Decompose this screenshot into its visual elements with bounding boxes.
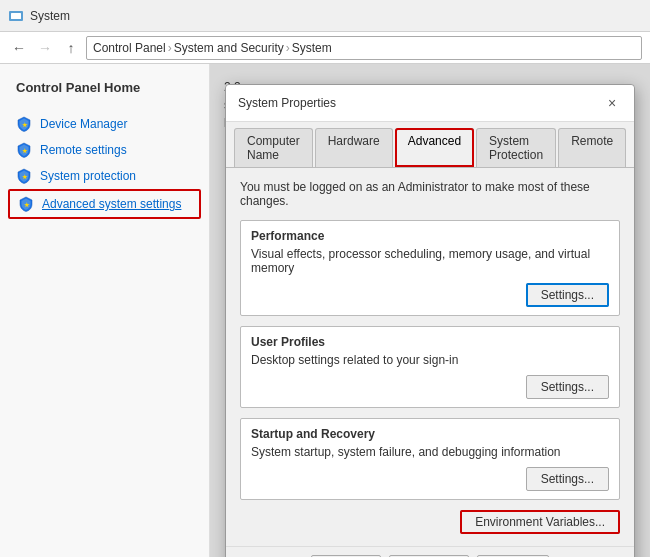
dialog-title: System Properties	[238, 96, 336, 110]
back-button[interactable]: ←	[8, 37, 30, 59]
shield-icon-system-protection: ★	[16, 168, 32, 184]
path-separator-2: ›	[286, 41, 290, 55]
sidebar-label-device-manager[interactable]: Device Manager	[40, 117, 127, 131]
dialog-footer: OK Cancel Apply	[226, 546, 634, 557]
tab-system-protection[interactable]: System Protection	[476, 128, 556, 167]
address-path: Control Panel › System and Security › Sy…	[86, 36, 642, 60]
user-profiles-section: User Profiles Desktop settings related t…	[240, 326, 620, 408]
startup-recovery-desc: System startup, system failure, and debu…	[251, 445, 609, 459]
main-area: Control Panel Home ★ Device Manager ★ Re…	[0, 64, 650, 557]
sidebar-item-advanced-system-settings[interactable]: ★ Advanced system settings	[8, 189, 201, 219]
tab-hardware[interactable]: Hardware	[315, 128, 393, 167]
up-button[interactable]: ↑	[60, 37, 82, 59]
system-properties-dialog: System Properties × Computer Name Hardwa…	[225, 84, 635, 557]
sidebar-title: Control Panel Home	[8, 76, 201, 99]
dialog-close-button[interactable]: ×	[602, 93, 622, 113]
performance-btn-row: Settings...	[251, 283, 609, 307]
forward-button[interactable]: →	[34, 37, 56, 59]
user-profiles-settings-button[interactable]: Settings...	[526, 375, 609, 399]
sidebar-label-advanced-system-settings[interactable]: Advanced system settings	[42, 197, 181, 211]
path-separator-1: ›	[168, 41, 172, 55]
startup-recovery-section: Startup and Recovery System startup, sys…	[240, 418, 620, 500]
shield-icon-remote-settings: ★	[16, 142, 32, 158]
startup-recovery-btn-row: Settings...	[251, 467, 609, 491]
user-profiles-desc: Desktop settings related to your sign-in	[251, 353, 609, 367]
sidebar-label-remote-settings[interactable]: Remote settings	[40, 143, 127, 157]
dialog-body: You must be logged on as an Administrato…	[226, 167, 634, 546]
right-content-area: 2.3 sor lisplay System Properties × Comp…	[210, 64, 650, 557]
modal-overlay: System Properties × Computer Name Hardwa…	[210, 64, 650, 557]
env-vars-row: Environment Variables...	[240, 510, 620, 534]
tab-computer-name[interactable]: Computer Name	[234, 128, 313, 167]
sidebar-item-device-manager[interactable]: ★ Device Manager	[8, 111, 201, 137]
performance-title: Performance	[251, 229, 609, 243]
path-segment-2[interactable]: System and Security	[174, 41, 284, 55]
window-title: System	[30, 9, 70, 23]
tab-advanced[interactable]: Advanced	[395, 128, 474, 167]
dialog-title-bar: System Properties ×	[226, 85, 634, 122]
shield-icon-device-manager: ★	[16, 116, 32, 132]
shield-icon-advanced: ★	[18, 196, 34, 212]
startup-recovery-title: Startup and Recovery	[251, 427, 609, 441]
sidebar-item-system-protection[interactable]: ★ System protection	[8, 163, 201, 189]
path-segment-1[interactable]: Control Panel	[93, 41, 166, 55]
window-icon	[8, 8, 24, 24]
address-bar: ← → ↑ Control Panel › System and Securit…	[0, 32, 650, 64]
startup-recovery-settings-button[interactable]: Settings...	[526, 467, 609, 491]
performance-desc: Visual effects, processor scheduling, me…	[251, 247, 609, 275]
title-bar: System	[0, 0, 650, 32]
sidebar-item-remote-settings[interactable]: ★ Remote settings	[8, 137, 201, 163]
sidebar: Control Panel Home ★ Device Manager ★ Re…	[0, 64, 210, 557]
svg-rect-1	[11, 13, 21, 19]
tab-remote[interactable]: Remote	[558, 128, 626, 167]
user-profiles-btn-row: Settings...	[251, 375, 609, 399]
user-profiles-title: User Profiles	[251, 335, 609, 349]
environment-variables-button[interactable]: Environment Variables...	[460, 510, 620, 534]
dialog-tabs: Computer Name Hardware Advanced System P…	[226, 122, 634, 167]
path-segment-3[interactable]: System	[292, 41, 332, 55]
performance-settings-button[interactable]: Settings...	[526, 283, 609, 307]
performance-section: Performance Visual effects, processor sc…	[240, 220, 620, 316]
sidebar-label-system-protection[interactable]: System protection	[40, 169, 136, 183]
dialog-info-text: You must be logged on as an Administrato…	[240, 180, 620, 208]
